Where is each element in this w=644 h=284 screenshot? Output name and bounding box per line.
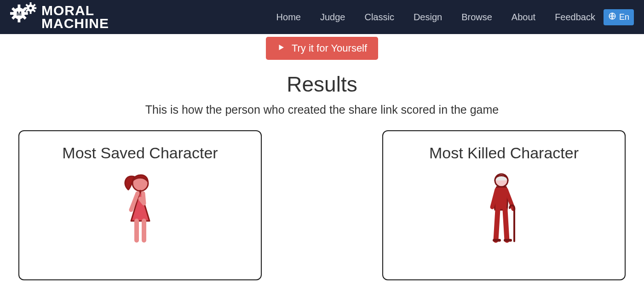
nav-home[interactable]: Home xyxy=(276,12,301,23)
nav-about[interactable]: About xyxy=(512,12,535,23)
brand-line1: MORAL xyxy=(41,4,109,17)
svg-rect-4 xyxy=(24,12,28,15)
svg-rect-11 xyxy=(30,2,32,5)
results-cards: Most Saved Character xyxy=(0,130,644,280)
card-most-saved-title: Most Saved Character xyxy=(62,144,218,162)
svg-rect-13 xyxy=(25,7,28,9)
globe-icon xyxy=(608,12,616,23)
svg-rect-14 xyxy=(34,7,36,9)
nav-feedback[interactable]: Feedback xyxy=(555,12,595,23)
navbar: M xyxy=(0,0,644,34)
old-man-character-icon xyxy=(481,171,527,249)
svg-rect-1 xyxy=(17,5,20,8)
svg-rect-2 xyxy=(17,19,20,23)
nav-judge[interactable]: Judge xyxy=(320,12,345,23)
brand-text: MORAL MACHINE xyxy=(41,4,109,30)
brand[interactable]: M xyxy=(10,2,109,32)
brand-line2: MACHINE xyxy=(41,17,109,30)
try-it-label: Try it for Yourself xyxy=(292,42,367,54)
girl-character-icon xyxy=(117,171,163,249)
svg-rect-12 xyxy=(30,11,32,14)
svg-point-19 xyxy=(29,7,32,10)
cta-row: Try it for Yourself xyxy=(0,34,644,60)
nav-design[interactable]: Design xyxy=(414,12,442,23)
svg-rect-3 xyxy=(10,12,14,15)
language-label: En xyxy=(619,12,629,22)
results-title: Results xyxy=(0,72,644,97)
card-most-killed-title: Most Killed Character xyxy=(429,144,579,162)
try-it-button[interactable]: Try it for Yourself xyxy=(266,37,378,60)
results-subtitle: This is how the person who created the s… xyxy=(0,103,644,116)
card-most-killed: Most Killed Character xyxy=(382,130,626,280)
language-button[interactable]: En xyxy=(604,9,634,25)
nav-classic[interactable]: Classic xyxy=(364,12,394,23)
play-icon xyxy=(277,42,285,54)
card-most-saved: Most Saved Character xyxy=(18,130,262,280)
svg-text:M: M xyxy=(17,10,22,17)
nav-browse[interactable]: Browse xyxy=(461,12,492,23)
nav-links: Home Judge Classic Design Browse About F… xyxy=(276,12,595,23)
gears-logo-icon: M xyxy=(10,2,39,32)
